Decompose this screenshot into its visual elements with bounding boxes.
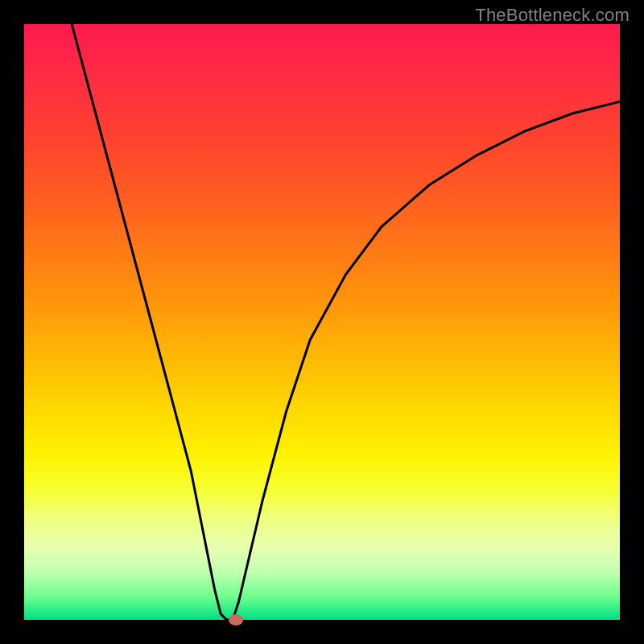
watermark-text: TheBottleneck.com [475,5,630,26]
optimal-point-marker [229,614,243,625]
curve-svg [24,24,620,620]
bottleneck-curve [72,24,620,620]
plot-area [24,24,620,620]
chart-container: TheBottleneck.com [0,0,644,644]
